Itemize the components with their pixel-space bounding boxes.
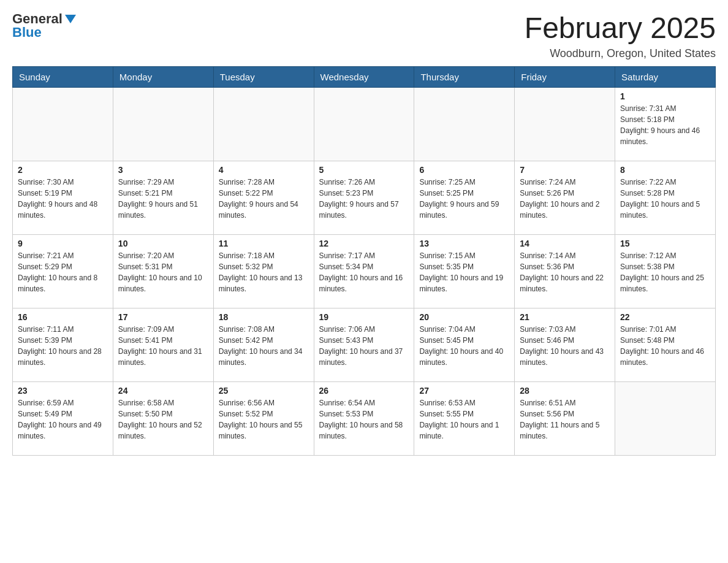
day-info: Sunrise: 6:51 AM Sunset: 5:56 PM Dayligh… [520, 397, 610, 442]
calendar-cell: 16Sunrise: 7:11 AM Sunset: 5:39 PM Dayli… [13, 308, 113, 381]
day-info: Sunrise: 6:53 AM Sunset: 5:55 PM Dayligh… [419, 397, 509, 442]
day-number: 14 [520, 239, 610, 248]
calendar-cell: 18Sunrise: 7:08 AM Sunset: 5:42 PM Dayli… [213, 308, 314, 381]
day-number: 9 [18, 239, 108, 248]
calendar-cell: 19Sunrise: 7:06 AM Sunset: 5:43 PM Dayli… [314, 308, 414, 381]
day-info: Sunrise: 7:26 AM Sunset: 5:23 PM Dayligh… [319, 177, 409, 221]
calendar-table: SundayMondayTuesdayWednesdayThursdayFrid… [12, 66, 716, 456]
calendar-cell: 10Sunrise: 7:20 AM Sunset: 5:31 PM Dayli… [113, 234, 213, 308]
weekday-header-sunday: Sunday [13, 66, 113, 87]
calendar-cell: 8Sunrise: 7:22 AM Sunset: 5:28 PM Daylig… [615, 161, 716, 234]
calendar-cell: 7Sunrise: 7:24 AM Sunset: 5:26 PM Daylig… [515, 161, 615, 234]
calendar-cell: 24Sunrise: 6:58 AM Sunset: 5:50 PM Dayli… [113, 381, 213, 455]
svg-marker-0 [65, 15, 76, 23]
day-number: 19 [319, 312, 409, 322]
day-number: 22 [620, 312, 710, 322]
calendar-cell [615, 381, 716, 455]
day-number: 4 [219, 165, 309, 175]
day-number: 12 [319, 239, 409, 248]
day-number: 17 [118, 312, 208, 322]
calendar-cell: 21Sunrise: 7:03 AM Sunset: 5:46 PM Dayli… [515, 308, 615, 381]
day-number: 13 [419, 239, 509, 248]
calendar-cell: 15Sunrise: 7:12 AM Sunset: 5:38 PM Dayli… [615, 234, 716, 308]
day-number: 21 [520, 312, 610, 322]
calendar-week-1: 1Sunrise: 7:31 AM Sunset: 5:18 PM Daylig… [13, 87, 716, 161]
calendar-cell: 1Sunrise: 7:31 AM Sunset: 5:18 PM Daylig… [615, 87, 716, 161]
day-number: 2 [18, 165, 108, 175]
day-info: Sunrise: 7:22 AM Sunset: 5:28 PM Dayligh… [620, 177, 710, 221]
weekday-header-friday: Friday [515, 66, 615, 87]
day-info: Sunrise: 7:24 AM Sunset: 5:26 PM Dayligh… [520, 177, 610, 221]
day-info: Sunrise: 7:04 AM Sunset: 5:45 PM Dayligh… [419, 324, 509, 368]
day-info: Sunrise: 7:31 AM Sunset: 5:18 PM Dayligh… [620, 103, 710, 147]
calendar-header: SundayMondayTuesdayWednesdayThursdayFrid… [13, 66, 716, 87]
day-info: Sunrise: 7:25 AM Sunset: 5:25 PM Dayligh… [419, 177, 509, 221]
calendar-cell: 5Sunrise: 7:26 AM Sunset: 5:23 PM Daylig… [314, 161, 414, 234]
day-info: Sunrise: 7:12 AM Sunset: 5:38 PM Dayligh… [620, 250, 710, 294]
logo-general-text: General [12, 12, 63, 26]
day-number: 5 [319, 165, 409, 175]
weekday-header-monday: Monday [113, 66, 213, 87]
logo-text: General Blue [12, 12, 77, 39]
calendar-week-3: 9Sunrise: 7:21 AM Sunset: 5:29 PM Daylig… [13, 234, 716, 308]
day-info: Sunrise: 7:14 AM Sunset: 5:36 PM Dayligh… [520, 250, 610, 294]
day-number: 1 [620, 91, 710, 101]
calendar-cell: 26Sunrise: 6:54 AM Sunset: 5:53 PM Dayli… [314, 381, 414, 455]
calendar-cell: 3Sunrise: 7:29 AM Sunset: 5:21 PM Daylig… [113, 161, 213, 234]
calendar-cell [414, 87, 515, 161]
calendar-cell [515, 87, 615, 161]
calendar-cell: 2Sunrise: 7:30 AM Sunset: 5:19 PM Daylig… [13, 161, 113, 234]
day-info: Sunrise: 7:01 AM Sunset: 5:48 PM Dayligh… [620, 324, 710, 368]
day-number: 7 [520, 165, 610, 175]
day-number: 8 [620, 165, 710, 175]
weekday-header-tuesday: Tuesday [213, 66, 314, 87]
day-info: Sunrise: 7:20 AM Sunset: 5:31 PM Dayligh… [118, 250, 208, 294]
day-number: 25 [219, 386, 309, 396]
day-number: 26 [319, 386, 409, 396]
day-info: Sunrise: 6:58 AM Sunset: 5:50 PM Dayligh… [118, 397, 208, 442]
calendar-week-4: 16Sunrise: 7:11 AM Sunset: 5:39 PM Dayli… [13, 308, 716, 381]
calendar-cell [113, 87, 213, 161]
calendar-cell [314, 87, 414, 161]
day-info: Sunrise: 7:03 AM Sunset: 5:46 PM Dayligh… [520, 324, 610, 368]
calendar-cell: 27Sunrise: 6:53 AM Sunset: 5:55 PM Dayli… [414, 381, 515, 455]
calendar-week-2: 2Sunrise: 7:30 AM Sunset: 5:19 PM Daylig… [13, 161, 716, 234]
calendar-cell: 25Sunrise: 6:56 AM Sunset: 5:52 PM Dayli… [213, 381, 314, 455]
day-info: Sunrise: 7:09 AM Sunset: 5:41 PM Dayligh… [118, 324, 208, 368]
calendar-cell: 14Sunrise: 7:14 AM Sunset: 5:36 PM Dayli… [515, 234, 615, 308]
day-info: Sunrise: 6:59 AM Sunset: 5:49 PM Dayligh… [18, 397, 108, 442]
day-info: Sunrise: 7:06 AM Sunset: 5:43 PM Dayligh… [319, 324, 409, 368]
day-info: Sunrise: 6:54 AM Sunset: 5:53 PM Dayligh… [319, 397, 409, 442]
day-number: 24 [118, 386, 208, 396]
day-info: Sunrise: 7:17 AM Sunset: 5:34 PM Dayligh… [319, 250, 409, 294]
day-info: Sunrise: 7:18 AM Sunset: 5:32 PM Dayligh… [219, 250, 309, 294]
day-number: 27 [419, 386, 509, 396]
calendar-cell [13, 87, 113, 161]
day-number: 20 [419, 312, 509, 322]
weekday-header-saturday: Saturday [615, 66, 716, 87]
day-number: 10 [118, 239, 208, 248]
calendar-cell: 17Sunrise: 7:09 AM Sunset: 5:41 PM Dayli… [113, 308, 213, 381]
day-number: 3 [118, 165, 208, 175]
calendar-cell: 12Sunrise: 7:17 AM Sunset: 5:34 PM Dayli… [314, 234, 414, 308]
logo-triangle-icon [64, 12, 77, 26]
weekday-header-thursday: Thursday [414, 66, 515, 87]
title-section: February 2025 Woodburn, Oregon, United S… [525, 12, 716, 60]
logo: General Blue [12, 12, 77, 39]
day-info: Sunrise: 7:28 AM Sunset: 5:22 PM Dayligh… [219, 177, 309, 221]
day-number: 11 [219, 239, 309, 248]
calendar-cell: 20Sunrise: 7:04 AM Sunset: 5:45 PM Dayli… [414, 308, 515, 381]
day-info: Sunrise: 7:30 AM Sunset: 5:19 PM Dayligh… [18, 177, 108, 221]
calendar-subtitle: Woodburn, Oregon, United States [525, 47, 716, 60]
day-number: 23 [18, 386, 108, 396]
calendar-title: February 2025 [525, 12, 716, 45]
calendar-cell: 11Sunrise: 7:18 AM Sunset: 5:32 PM Dayli… [213, 234, 314, 308]
day-number: 16 [18, 312, 108, 322]
calendar-cell: 22Sunrise: 7:01 AM Sunset: 5:48 PM Dayli… [615, 308, 716, 381]
calendar-cell [213, 87, 314, 161]
calendar-body: 1Sunrise: 7:31 AM Sunset: 5:18 PM Daylig… [13, 87, 716, 455]
calendar-week-5: 23Sunrise: 6:59 AM Sunset: 5:49 PM Dayli… [13, 381, 716, 455]
day-info: Sunrise: 7:11 AM Sunset: 5:39 PM Dayligh… [18, 324, 108, 368]
weekday-header-wednesday: Wednesday [314, 66, 414, 87]
calendar-cell: 6Sunrise: 7:25 AM Sunset: 5:25 PM Daylig… [414, 161, 515, 234]
